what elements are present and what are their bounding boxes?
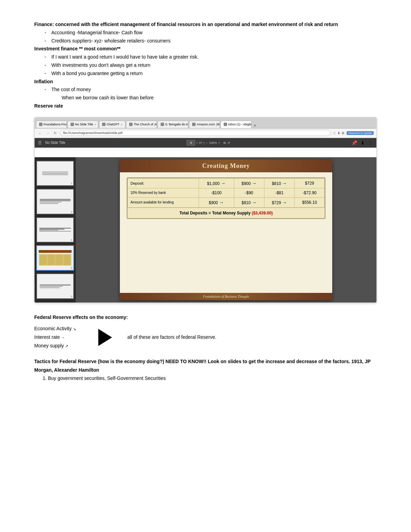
tab-4[interactable]: The Church of Jesus... × bbox=[126, 121, 157, 128]
tab-3[interactable]: ChatGPT × bbox=[99, 121, 125, 128]
finance-heading: Finance: concerned with the efficient ma… bbox=[34, 21, 377, 29]
plus-zoom-button[interactable]: + bbox=[218, 141, 220, 145]
factor-labels: Economic Activity ↘ Interest rate → Mone… bbox=[34, 324, 76, 350]
tab-favicon bbox=[129, 123, 133, 126]
thumbnail-6[interactable]: 6 bbox=[36, 273, 74, 299]
address-input[interactable]: file:///Users/nagramam/Downloads/slide.p… bbox=[60, 130, 331, 136]
relaunch-button[interactable]: Relaunch to update bbox=[347, 131, 374, 135]
page-number-input[interactable]: 8 bbox=[187, 140, 195, 146]
arrow-up-right-bot: ↗ bbox=[65, 344, 68, 348]
hamburger-menu-icon[interactable]: ☰ bbox=[38, 140, 42, 145]
tab-favicon bbox=[39, 123, 42, 126]
dash-icon: - bbox=[45, 37, 51, 45]
thumbnail-2[interactable]: 2 bbox=[36, 161, 74, 186]
thumb-num-6: 6 bbox=[71, 295, 72, 298]
inf-sub-1: When we borrow cash its lower than befor… bbox=[62, 94, 377, 102]
tab-favicon bbox=[102, 123, 105, 126]
federal-reserve-factors: Economic Activity ↘ Interest rate → Mone… bbox=[34, 324, 377, 350]
pdf-toolbar: ☰ No Slide Title 8 / 37 | − 100% + ⊞ ↺ 📌… bbox=[35, 138, 376, 148]
total-amount: ($3,439.00) bbox=[252, 211, 273, 215]
tactics-heading: Tactics for Federal Reserve (how is the … bbox=[34, 357, 377, 374]
total-pages: 37 bbox=[199, 141, 202, 145]
back-button[interactable]: ← bbox=[37, 130, 43, 136]
arrow-right-mid: → bbox=[61, 335, 65, 339]
slide-content: Creating Money Deposit: $1,000 → bbox=[120, 160, 332, 300]
dash-icon: - bbox=[45, 70, 51, 78]
lending-val-4: $556.10 bbox=[295, 197, 325, 207]
slide-body: Deposit: $1,000 → $900 → bbox=[120, 172, 332, 293]
tab-6[interactable]: Amazon.com: (Buy... × bbox=[189, 121, 220, 128]
money-data-table: Deposit: $1,000 → $900 → bbox=[127, 178, 325, 208]
val-deposit-3: $810 → bbox=[264, 178, 294, 188]
download-pdf-icon[interactable]: ⬇ bbox=[361, 140, 365, 146]
arrow-right-icon: → bbox=[219, 200, 224, 205]
reload-button[interactable]: ↻ bbox=[52, 130, 58, 136]
lending-val-2: $810 → bbox=[234, 197, 264, 207]
dash-icon: - bbox=[45, 53, 51, 61]
rotate-icon[interactable]: ↺ bbox=[227, 141, 230, 145]
thumb-num-5: 5 bbox=[71, 267, 72, 269]
separator: | bbox=[204, 141, 204, 145]
tab-favicon bbox=[224, 123, 227, 126]
slide-title: Creating Money bbox=[120, 160, 332, 172]
download-icon[interactable]: ⬇ bbox=[337, 131, 340, 135]
val-deposit-1: $1,000 → bbox=[199, 178, 234, 188]
val-deposit-4: $729 bbox=[295, 178, 325, 188]
bullet-accounting: - Accounting -Managerial finance- Cash f… bbox=[45, 29, 377, 37]
federal-reserve-heading: Federal Reserve effects on the economy: bbox=[34, 313, 377, 322]
dash-icon: - bbox=[45, 29, 51, 37]
arrow-right-icon: → bbox=[282, 181, 287, 186]
minus-zoom-button[interactable]: − bbox=[206, 141, 208, 145]
lending-val-3: $729 → bbox=[264, 197, 294, 207]
label-deposit: Deposit: bbox=[128, 178, 199, 188]
browser-action-icons: ☆ ⬇ ⚙ bbox=[333, 131, 345, 135]
arrow-down-right-top: ↘ bbox=[73, 327, 76, 331]
dash-icon: - bbox=[45, 61, 51, 70]
triangle-right-icon bbox=[98, 329, 112, 346]
tab-5[interactable]: G 'Bengalis do in Cas... × bbox=[158, 121, 188, 128]
label-economic-activity: Economic Activity ↘ bbox=[34, 324, 76, 333]
reserve-heading: Reserve rate bbox=[34, 102, 377, 110]
investment-heading: Investment finance ** most common** bbox=[34, 45, 377, 53]
thumbnail-5[interactable]: 5 bbox=[36, 245, 74, 271]
address-bar: ← → ↻ file:///Users/nagramam/Downloads/s… bbox=[35, 128, 376, 138]
slide-footer: Foundations of Business Thought bbox=[120, 293, 332, 300]
val-deposit-2: $900 → bbox=[234, 178, 264, 188]
forward-button[interactable]: → bbox=[45, 130, 50, 136]
page-separator: / bbox=[197, 141, 198, 145]
thumbnail-3[interactable]: 3 bbox=[36, 189, 74, 214]
thumb-num-3: 3 bbox=[71, 211, 72, 213]
pdf-title-label: No Slide Title bbox=[45, 141, 65, 145]
settings-icon[interactable]: ⚙ bbox=[341, 131, 345, 135]
fit-page-icon[interactable]: ⊞ bbox=[223, 141, 226, 145]
zoom-level: 100% bbox=[209, 141, 217, 145]
arrow-right-icon: → bbox=[252, 200, 257, 205]
tactics-item-1: Buy government securities, Self-Governme… bbox=[48, 374, 377, 383]
new-tab-button[interactable]: + bbox=[253, 123, 256, 128]
inflation-heading: Inflation bbox=[34, 78, 377, 86]
lending-val-1: $900 → bbox=[199, 197, 234, 207]
tab-close-icon[interactable]: × bbox=[95, 123, 96, 126]
tab-2[interactable]: No Slide Title × bbox=[67, 121, 98, 128]
reserve-val-1: -$100 bbox=[199, 188, 234, 197]
factors-label: all of these are factors of federal Rese… bbox=[127, 333, 216, 342]
page-controls: 8 / 37 | − 100% + ⊞ ↺ bbox=[187, 140, 230, 146]
arrow-right-icon: → bbox=[282, 200, 287, 205]
tab-1[interactable]: Foundations-Finan... × bbox=[36, 121, 67, 128]
tab-7[interactable]: Inbox (1) - nbigbi... × bbox=[221, 121, 251, 128]
pdf-sidebar: 2 3 bbox=[35, 157, 76, 302]
more-options-icon[interactable]: ⋮ bbox=[368, 140, 373, 146]
tactics-list: Buy government securities, Self-Governme… bbox=[48, 374, 377, 383]
tab-close-icon[interactable]: × bbox=[121, 123, 123, 126]
total-deposits-row: Total Deposits = Total Money Supply ($3,… bbox=[127, 208, 325, 218]
deposit-row: Deposit: $1,000 → $900 → bbox=[128, 178, 325, 188]
label-lending: Amount available for lending bbox=[128, 197, 199, 207]
pin-icon[interactable]: 📌 bbox=[351, 140, 357, 146]
label-reserve: 10% Reserved by bank bbox=[128, 188, 199, 197]
tab-favicon bbox=[71, 123, 74, 126]
bookmark-icon[interactable]: ☆ bbox=[333, 131, 336, 135]
thumb-num-4: 4 bbox=[71, 239, 72, 241]
reserve-val-4: -$72.90 bbox=[295, 188, 325, 197]
pdf-main-view: Creating Money Deposit: $1,000 → bbox=[76, 157, 376, 302]
thumbnail-4[interactable]: 4 bbox=[36, 217, 74, 243]
